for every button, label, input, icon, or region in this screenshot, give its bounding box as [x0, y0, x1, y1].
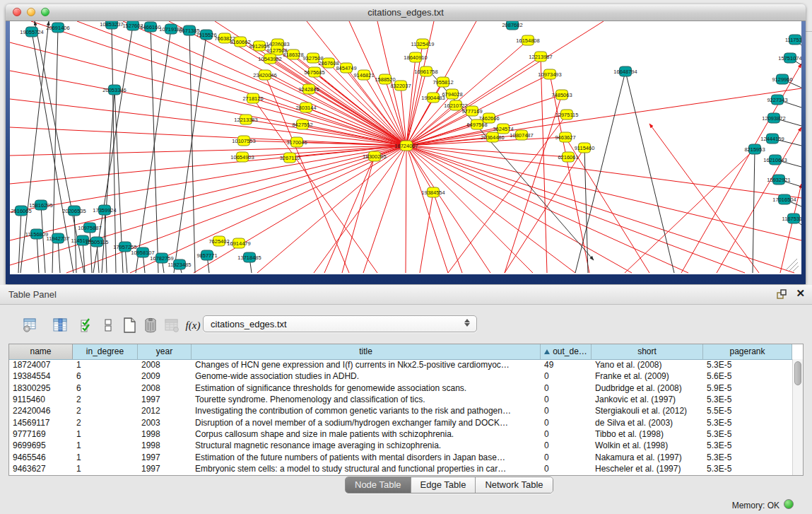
svg-text:9463627: 9463627 — [555, 134, 575, 141]
cell-pagerank: 5.3E-5 — [703, 440, 792, 450]
column-header-title[interactable]: title — [192, 344, 541, 359]
tab-edge-table[interactable]: Edge Table — [411, 477, 476, 493]
svg-text:23420046: 23420046 — [253, 72, 276, 78]
show-columns-checklist-icon[interactable] — [76, 315, 98, 336]
table-row[interactable]: 977716911998Corpus callosum shape and si… — [9, 428, 792, 440]
scrollbar-thumb[interactable] — [794, 361, 801, 385]
cell-pagerank: 5.3E-5 — [703, 360, 792, 370]
column-header-in_degree[interactable]: in_degree — [73, 344, 138, 359]
cell-year: 2009 — [138, 371, 192, 381]
svg-text:3170046: 3170046 — [286, 139, 307, 146]
cell-year: 2003 — [138, 418, 192, 428]
svg-text:12975115: 12975115 — [555, 112, 579, 118]
table-row[interactable]: 946554611997Estimation of the future num… — [9, 451, 792, 462]
table-options-icon[interactable] — [20, 315, 41, 336]
svg-text:9777169: 9777169 — [461, 108, 482, 115]
column-header-pagerank[interactable]: pagerank — [703, 344, 792, 359]
cell-title: Disruption of a novel member of a sodium… — [192, 418, 541, 428]
table-row[interactable]: 1830029562008Estimation of significance … — [9, 382, 792, 394]
svg-text:20364486: 20364486 — [481, 134, 504, 141]
cell-pagerank: 5.9E-5 — [703, 383, 792, 393]
svg-text:12505115: 12505115 — [86, 239, 109, 245]
tab-network-table[interactable]: Network Table — [476, 477, 552, 493]
cell-out_degree: 0 — [541, 452, 592, 462]
cell-out_degree: 0 — [541, 383, 592, 393]
cell-out_degree: 0 — [541, 464, 592, 474]
column-header-name[interactable]: name — [9, 344, 73, 359]
table-tabs: Node TableEdge TableNetwork Table — [345, 477, 553, 493]
svg-text:12213383: 12213383 — [234, 117, 257, 123]
cell-pagerank: 5.5E-5 — [703, 406, 792, 416]
cell-short: Stergiakouli et al. (2012) — [592, 406, 703, 416]
cell-name: 22420046 — [9, 406, 73, 416]
table-row[interactable]: 2242004622012Investigating the contribut… — [9, 405, 792, 416]
table-vertical-scrollbar[interactable] — [792, 359, 803, 475]
cell-short: Nakamura et al. (1997) — [592, 452, 703, 462]
cell-out_degree: 0 — [541, 406, 592, 416]
cell-name: 9115460 — [9, 395, 73, 404]
table-row[interactable]: 1938455462009Genome-wide association stu… — [9, 370, 792, 382]
table-header-row: namein_degreeyeartitleout_de…shortpagera… — [9, 344, 803, 360]
svg-text:7625402: 7625402 — [208, 238, 229, 245]
network-canvas[interactable]: 1905572420691406108532371527602646616010… — [10, 21, 801, 274]
cell-name: 19384554 — [9, 371, 73, 381]
svg-text:2087682: 2087682 — [502, 22, 522, 28]
svg-text:18640910: 18640910 — [404, 54, 427, 61]
cell-short: Wolkin et al. (1998) — [592, 440, 703, 450]
svg-text:10975887: 10975887 — [78, 225, 101, 231]
table-selector-dropdown[interactable]: citations_edges.txt — [203, 315, 477, 332]
column-header-short[interactable]: short — [592, 344, 703, 359]
float-panel-icon[interactable] — [775, 288, 788, 301]
table-body: 1872400712008Changes of HCN gene express… — [9, 359, 792, 475]
svg-text:8454749: 8454749 — [336, 65, 356, 71]
svg-text:6216061: 6216061 — [558, 154, 578, 160]
cell-out_degree: 0 — [541, 418, 592, 428]
hide-columns-icon[interactable] — [98, 315, 119, 336]
cell-year: 1998 — [138, 440, 192, 450]
cell-title: Estimation of significance thresholds fo… — [192, 383, 541, 393]
cell-name: 9699695 — [9, 440, 73, 450]
memory-status-indicator[interactable] — [784, 499, 794, 509]
table-row[interactable]: 911546021997Tourette syndrome. Phenomeno… — [9, 394, 792, 405]
tab-node-table[interactable]: Node Table — [346, 477, 411, 493]
table-row[interactable]: 1872400712008Changes of HCN gene express… — [9, 359, 792, 370]
cell-out_degree: 0 — [541, 429, 592, 439]
svg-text:10973493: 10973493 — [538, 71, 561, 78]
select-column-icon[interactable] — [49, 315, 71, 336]
svg-text:10853237: 10853237 — [100, 21, 123, 28]
function-builder-icon[interactable]: f(x) — [182, 315, 204, 336]
svg-text:13718485: 13718485 — [237, 255, 261, 261]
table-row[interactable]: 946362711997Embryonic stem cells: a mode… — [9, 463, 792, 474]
table-row[interactable]: 1456911722003Disruption of a novel membe… — [9, 416, 792, 428]
cell-in_degree: 6 — [73, 383, 138, 393]
cell-pagerank: 5.6E-5 — [703, 371, 792, 381]
svg-text:3624574: 3624574 — [493, 126, 513, 132]
close-panel-icon[interactable]: ✕ — [796, 287, 805, 300]
svg-text:15932921: 15932921 — [767, 177, 790, 183]
cell-in_degree: 2 — [73, 406, 138, 416]
svg-text:20053346: 20053346 — [102, 87, 126, 93]
svg-text:9242845: 9242845 — [298, 86, 319, 93]
cell-year: 1997 — [138, 464, 192, 474]
network-window: citations_edges.txt 19055724206914061085… — [6, 4, 806, 284]
column-header-year[interactable]: year — [138, 344, 192, 359]
svg-text:12444159: 12444159 — [760, 136, 784, 142]
cell-year: 2008 — [138, 360, 192, 370]
memory-status-label: Memory: OK — [732, 501, 779, 510]
cell-short: Jankovic et al. (1997) — [592, 395, 703, 404]
svg-text:1588520: 1588520 — [375, 76, 395, 83]
cell-year: 1998 — [138, 429, 192, 439]
column-header-out_degree[interactable]: out_de… — [541, 344, 592, 359]
cytoscape-screen: citations_edges.txt 19055724206914061085… — [0, 0, 812, 514]
table-row[interactable]: 969969511998Structural magnetic resonanc… — [9, 440, 792, 451]
create-column-icon[interactable] — [119, 315, 140, 336]
cell-short: Yano et al. (2008) — [592, 360, 703, 370]
network-window-titlebar[interactable]: citations_edges.txt — [6, 4, 806, 21]
svg-text:10543982: 10543982 — [258, 56, 281, 62]
svg-text:10654903: 10654903 — [230, 154, 254, 160]
cell-in_degree: 2 — [73, 418, 138, 428]
delete-column-icon[interactable] — [140, 315, 161, 336]
panel-divider — [806, 31, 812, 32]
cell-pagerank: 5.3E-5 — [703, 429, 792, 439]
status-bar: Memory: OK — [0, 496, 812, 514]
